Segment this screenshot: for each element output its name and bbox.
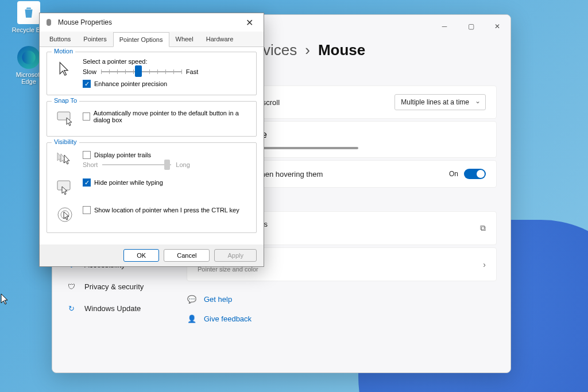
group-title: Visibility [52, 138, 79, 145]
dropdown-value: Multiple lines at a time [401, 98, 469, 106]
apply-button: Apply [214, 249, 257, 262]
link-label: Give feedback [204, 315, 252, 323]
ctrl-locate-checkbox[interactable]: Show location of pointer when I press th… [83, 206, 249, 214]
sidebar-item-label: Privacy & security [84, 282, 144, 291]
ok-button[interactable]: OK [123, 249, 159, 262]
toggle-state: On [449, 170, 458, 178]
cancel-button[interactable]: Cancel [164, 249, 210, 262]
group-motion: Motion Select a pointer speed: Slow Fast [47, 52, 257, 95]
tab-hardware[interactable]: Hardware [200, 32, 240, 46]
pointer-trails-icon [54, 149, 76, 170]
mouse-properties-dialog: Mouse Properties ✕ Buttons Pointers Poin… [39, 13, 264, 267]
breadcrumb-separator: › [305, 41, 310, 59]
svg-rect-1 [47, 19, 51, 26]
checkbox-icon [83, 112, 90, 121]
dialog-close-button[interactable]: ✕ [240, 15, 259, 30]
checkbox-icon [83, 206, 91, 214]
checkbox-icon: ✓ [83, 80, 91, 88]
link-label: Get help [204, 295, 232, 304]
long-label: Long [176, 161, 189, 168]
pointer-trails-checkbox[interactable]: Display pointer trails [83, 151, 249, 159]
breadcrumb-current: Mouse [318, 41, 365, 59]
tab-pointer-options[interactable]: Pointer Options [113, 32, 169, 47]
svg-point-0 [22, 51, 35, 64]
sidebar-item-label: Windows Update [84, 304, 141, 313]
tabs: Buttons Pointers Pointer Options Wheel H… [40, 32, 264, 47]
inactive-windows-toggle[interactable] [464, 169, 486, 179]
checkbox-icon: ✓ [83, 178, 91, 187]
group-visibility: Visibility Display pointer trails Short [47, 142, 257, 233]
external-link-icon: ⧉ [480, 223, 486, 233]
shield-icon: 🛡 [66, 281, 76, 292]
checkbox-label: Enhance pointer precision [94, 80, 167, 87]
hide-pointer-checkbox[interactable]: ✓ Hide pointer while typing [83, 178, 249, 187]
enhance-precision-checkbox[interactable]: ✓ Enhance pointer precision [83, 80, 249, 88]
cursor-speed-icon [54, 58, 76, 80]
group-title: Motion [52, 48, 75, 55]
group-snap-to: Snap To Automatically move pointer to th… [47, 101, 257, 137]
give-feedback-link[interactable]: 👤 Give feedback [187, 309, 497, 328]
minimize-button[interactable]: ─ [431, 17, 458, 36]
update-icon: ↻ [66, 303, 76, 313]
desktop-icon-label: Microsoft Edge [16, 71, 42, 85]
checkbox-label: Automatically move pointer to the defaul… [94, 110, 249, 123]
sidebar-item-privacy[interactable]: 🛡 Privacy & security [52, 275, 173, 297]
edge-icon [17, 46, 40, 69]
tab-wheel[interactable]: Wheel [169, 32, 200, 46]
snap-to-checkbox[interactable]: Automatically move pointer to the defaul… [83, 110, 249, 123]
mouse-cursor-icon [0, 293, 9, 306]
pointer-speed-label: Select a pointer speed: [83, 58, 249, 65]
recycle-bin-icon [17, 1, 40, 24]
help-icon: 💬 [187, 294, 197, 304]
trails-slider [102, 164, 171, 165]
tab-pointers[interactable]: Pointers [77, 32, 113, 46]
sidebar-item-windows-update[interactable]: ↻ Windows Update [52, 297, 173, 319]
dialog-titlebar: Mouse Properties ✕ [40, 13, 264, 32]
wheel-scroll-dropdown[interactable]: Multiple lines at a time [394, 94, 486, 110]
dialog-title-text: Mouse Properties [58, 18, 112, 26]
slow-label: Slow [83, 68, 96, 75]
short-label: Short [83, 161, 98, 168]
hide-pointer-icon [54, 176, 76, 198]
ctrl-locate-icon [54, 204, 76, 226]
feedback-icon: 👤 [187, 313, 197, 324]
checkbox-icon [83, 151, 91, 159]
checkbox-label: Show location of pointer when I press th… [94, 207, 239, 214]
checkbox-label: Hide pointer while typing [94, 179, 163, 186]
tab-buttons[interactable]: Buttons [43, 32, 77, 46]
fast-label: Fast [186, 68, 198, 75]
pointer-speed-slider[interactable] [101, 71, 181, 72]
get-help-link[interactable]: 💬 Get help [187, 289, 497, 309]
group-title: Snap To [52, 97, 79, 104]
checkbox-label: Display pointer trails [94, 152, 151, 158]
snap-to-icon [54, 107, 76, 129]
maximize-button[interactable]: ▢ [458, 17, 484, 36]
dialog-footer: OK Cancel Apply [40, 244, 264, 266]
slider-thumb[interactable] [135, 65, 142, 77]
mouse-icon [44, 18, 53, 27]
chevron-right-icon: › [483, 260, 486, 269]
close-button[interactable]: ✕ [484, 17, 510, 36]
